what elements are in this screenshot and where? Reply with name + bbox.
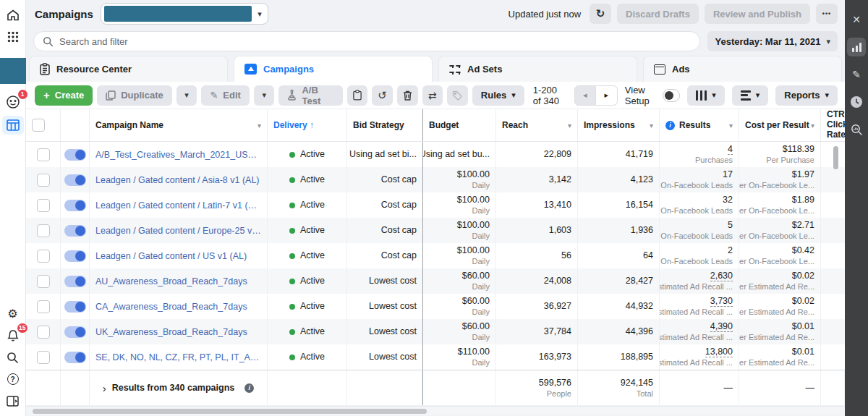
prev-page-button[interactable]: ◂ xyxy=(574,85,596,106)
apps-grid-icon[interactable] xyxy=(0,26,26,48)
duplicate-button[interactable]: Duplicate xyxy=(97,85,172,106)
search-filter-bar[interactable] xyxy=(33,31,700,51)
reports-button[interactable]: Reports ▾ xyxy=(775,85,838,106)
review-publish-button[interactable]: Review and Publish xyxy=(705,4,810,24)
col-budget[interactable]: Budget xyxy=(422,109,496,141)
col-results[interactable]: i Results ▾ xyxy=(660,109,739,141)
notifications-bell-icon[interactable]: 15 xyxy=(0,325,26,347)
tab-ads[interactable]: Ads xyxy=(643,56,842,82)
edit-caret-button[interactable]: ▾ xyxy=(254,85,275,106)
undo-button[interactable]: ↺ xyxy=(372,85,393,106)
row-checkbox[interactable] xyxy=(37,250,50,263)
campaign-active-toggle[interactable] xyxy=(64,200,86,211)
chevron-right-icon[interactable]: › xyxy=(103,382,106,394)
tab-resource-center[interactable]: Resource Center xyxy=(29,56,228,82)
account-avatar-redacted[interactable] xyxy=(0,58,26,84)
date-range-selector[interactable]: Yesterday: Mar 11, 2021 ▾ xyxy=(707,31,838,51)
row-checkbox[interactable] xyxy=(37,300,50,313)
campaign-name-link[interactable]: Leadgen / Gated content / Asia-8 v1 (AL) xyxy=(95,175,261,185)
row-checkbox[interactable] xyxy=(37,148,50,161)
col-campaign-name[interactable]: Campaign Name ▾ xyxy=(90,109,268,141)
campaign-name-link[interactable]: Leadgen / Gated content / Europe-25 v1 (… xyxy=(95,226,261,236)
results-value[interactable]: 4 xyxy=(728,143,733,155)
breakdown-button[interactable]: ▾ xyxy=(732,85,769,106)
sort-caret-icon[interactable]: ▾ xyxy=(729,122,733,130)
campaign-active-toggle[interactable] xyxy=(64,149,86,161)
footer-summary[interactable]: › Results from 340 campaigns i xyxy=(90,370,268,405)
more-options-button[interactable]: ••• xyxy=(816,4,838,24)
refresh-button[interactable]: ↻ xyxy=(590,4,611,24)
campaign-name-link[interactable]: A/B_Test_Creatives_March_2021_US_Broad_.… xyxy=(95,150,261,160)
row-checkbox[interactable] xyxy=(37,275,50,288)
campaign-name-link[interactable]: Leadgen / Gated content / US v1 (AL) xyxy=(95,251,261,261)
home-icon[interactable] xyxy=(0,4,26,26)
col-cost-per-result[interactable]: Cost per Result▾ xyxy=(739,109,821,141)
tab-campaigns[interactable]: Campaigns xyxy=(234,56,433,82)
sort-caret-icon[interactable]: ▾ xyxy=(568,122,571,130)
campaign-active-toggle[interactable] xyxy=(64,326,86,338)
campaign-active-toggle[interactable] xyxy=(64,352,86,363)
discard-drafts-button[interactable]: Discard Drafts xyxy=(617,4,699,24)
results-value[interactable]: 4,390 xyxy=(710,321,733,332)
vertical-scrollbar-thumb[interactable] xyxy=(833,146,838,169)
results-value[interactable]: 3,730 xyxy=(710,295,733,307)
sort-caret-icon[interactable]: ▾ xyxy=(258,122,261,130)
columns-button[interactable]: ▾ xyxy=(687,85,725,106)
tab-ad-sets[interactable]: Ad Sets xyxy=(438,56,637,82)
settings-gear-icon[interactable]: ⚙ xyxy=(0,303,26,325)
close-panel-icon[interactable]: ✕ xyxy=(847,10,866,29)
horizontal-scrollbar-thumb[interactable] xyxy=(33,409,427,414)
paste-button[interactable] xyxy=(347,85,368,106)
edit-panel-icon[interactable]: ✎ xyxy=(847,65,866,84)
col-delivery[interactable]: Delivery ↑ xyxy=(268,109,347,141)
info-icon[interactable]: i xyxy=(665,121,675,130)
row-checkbox[interactable] xyxy=(37,199,50,212)
search-input[interactable] xyxy=(59,36,691,47)
campaign-name-link[interactable]: AU_Awareness_Broad_Reach_7days xyxy=(95,276,261,286)
delete-button[interactable] xyxy=(397,85,418,106)
row-checkbox[interactable] xyxy=(37,174,50,187)
row-checkbox[interactable] xyxy=(37,224,50,237)
history-clock-icon[interactable] xyxy=(847,93,866,111)
view-setup-toggle[interactable] xyxy=(663,89,680,102)
inspect-search-icon[interactable] xyxy=(847,120,866,139)
ads-manager-icon[interactable] xyxy=(2,116,24,135)
persona-icon[interactable]: 1 xyxy=(0,91,26,113)
ab-test-button[interactable]: A/B Test xyxy=(278,85,342,106)
campaign-name-link[interactable]: CA_Awareness_Broad_Reach_7days xyxy=(95,302,261,312)
campaign-name-link[interactable]: Leadgen / Gated content / Latin-7 v1 (AL… xyxy=(95,200,261,211)
col-ctr[interactable]: CTR Click Rate xyxy=(821,109,845,141)
global-search-icon[interactable] xyxy=(0,347,26,368)
sort-caret-icon[interactable]: ▾ xyxy=(650,122,653,130)
create-button[interactable]: + Create xyxy=(35,85,93,106)
campaign-name-link[interactable]: SE, DK, NO, NL, CZ, FR, PT, PL, IT_Aware… xyxy=(95,352,261,362)
tag-button[interactable] xyxy=(447,85,468,106)
campaign-name-link[interactable]: UK_Awareness_Broad_Reach_7days xyxy=(95,327,261,337)
results-value[interactable]: 13,800 xyxy=(705,346,733,357)
account-selector[interactable]: ▾ xyxy=(101,3,268,25)
charts-panel-icon[interactable] xyxy=(847,38,866,56)
campaign-active-toggle[interactable] xyxy=(64,250,86,262)
campaign-active-toggle[interactable] xyxy=(64,225,86,237)
duplicate-caret-button[interactable]: ▾ xyxy=(176,85,197,106)
col-bid-strategy[interactable]: Bid Strategy xyxy=(347,109,422,141)
campaign-active-toggle[interactable] xyxy=(64,276,86,287)
campaign-active-toggle[interactable] xyxy=(64,301,86,313)
results-value[interactable]: 2,630 xyxy=(710,270,733,281)
select-all-checkbox[interactable] xyxy=(32,119,45,132)
next-page-button[interactable]: ▸ xyxy=(596,85,618,106)
sort-caret-icon[interactable]: ▾ xyxy=(811,122,814,130)
col-reach[interactable]: Reach▾ xyxy=(496,109,578,141)
automated-rules-icon-button[interactable]: ⇄ xyxy=(422,85,443,106)
delivery-cell: Active xyxy=(268,192,347,218)
rules-button[interactable]: Rules ▾ xyxy=(472,85,524,106)
row-checkbox[interactable] xyxy=(37,351,50,364)
info-icon[interactable]: i xyxy=(244,383,254,393)
col-impressions[interactable]: Impressions▾ xyxy=(578,109,660,141)
edit-button[interactable]: ✎ Edit xyxy=(201,85,249,106)
row-checkbox[interactable] xyxy=(37,326,50,339)
horizontal-scrollbar[interactable] xyxy=(26,406,845,415)
help-icon[interactable]: ? xyxy=(0,368,26,390)
collapse-sidebar-icon[interactable] xyxy=(0,390,26,412)
campaign-active-toggle[interactable] xyxy=(64,174,86,186)
